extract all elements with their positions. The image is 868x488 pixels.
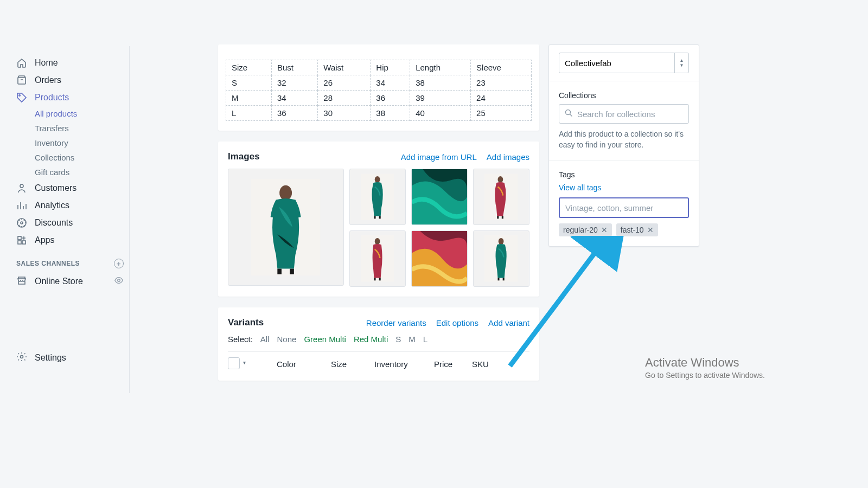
product-image-thumb[interactable] (473, 169, 529, 225)
product-image-main[interactable] (228, 169, 344, 286)
th: Hip (371, 60, 410, 75)
svg-point-2 (20, 184, 23, 188)
view-all-tags-link[interactable]: View all tags (559, 183, 689, 192)
add-variant-link[interactable]: Add variant (488, 318, 529, 328)
subnav-transfers[interactable]: Transfers (35, 121, 129, 136)
svg-point-9 (21, 356, 23, 358)
reorder-variants-link[interactable]: Reorder variants (366, 318, 426, 328)
select-label: Select: (228, 335, 253, 344)
tags-input-wrapper[interactable] (559, 197, 689, 218)
col-inventory: Inventory (374, 359, 434, 369)
table-row: L3630384025 (226, 106, 532, 121)
select-green-multi[interactable]: Green Multi (304, 335, 346, 344)
nav-label: Analytics (35, 201, 69, 210)
variant-select-row: Select: All None Green Multi Red Multi S… (228, 335, 529, 344)
search-icon (565, 109, 573, 119)
images-title: Images (228, 151, 260, 162)
svg-rect-21 (497, 216, 499, 219)
size-card: Size Bust Waist Hip Length Sleeve S32263… (218, 44, 539, 131)
svg-point-8 (118, 279, 120, 282)
nav-label: Orders (35, 75, 61, 85)
tag-text: regular-20 (563, 226, 598, 234)
nav-apps[interactable]: Apps (11, 232, 129, 249)
select-none[interactable]: None (277, 335, 297, 344)
nav-home[interactable]: Home (11, 54, 129, 72)
svg-rect-30 (498, 278, 500, 280)
product-image-thumb[interactable] (349, 230, 406, 287)
nav-analytics[interactable]: Analytics (11, 197, 129, 214)
svg-rect-13 (290, 268, 295, 274)
collections-search[interactable]: Search for collections (559, 104, 689, 124)
subnav-collections[interactable]: Collections (35, 150, 129, 165)
svg-rect-0 (18, 78, 25, 84)
svg-point-3 (17, 219, 26, 227)
svg-rect-6 (22, 241, 25, 244)
svg-rect-7 (18, 241, 21, 244)
tags-label: Tags (559, 170, 689, 179)
svg-rect-16 (374, 216, 376, 219)
svg-point-29 (499, 238, 504, 245)
sidebar: Home Orders Products All products Transf… (11, 54, 129, 291)
placeholder-text: Search for collections (577, 110, 655, 119)
product-image-thumb[interactable] (411, 169, 468, 225)
nav-customers[interactable]: Customers (11, 179, 129, 197)
nav-label: Home (35, 58, 58, 68)
select-m[interactable]: M (409, 335, 416, 344)
discounts-icon (16, 217, 27, 228)
th: Sleeve (471, 60, 532, 75)
nav-label: Customers (35, 183, 76, 193)
subnav-all-products[interactable]: All products (35, 106, 129, 121)
remove-tag-icon[interactable]: ✕ (601, 226, 608, 234)
eye-icon[interactable] (114, 275, 124, 287)
home-icon (16, 57, 27, 68)
col-color: Color (277, 359, 331, 369)
svg-rect-12 (278, 268, 282, 274)
th: Waist (318, 60, 371, 75)
nav-orders[interactable]: Orders (11, 72, 129, 89)
nav-products[interactable]: Products (11, 89, 129, 106)
nav-online-store[interactable]: Online Store (11, 272, 129, 291)
organization-card: Collectivefab ▲▼ Collections Search for … (548, 44, 699, 247)
svg-point-15 (375, 176, 380, 183)
subnav-gift-cards[interactable]: Gift cards (35, 165, 129, 179)
svg-point-1 (19, 95, 20, 96)
edit-options-link[interactable]: Edit options (436, 318, 478, 328)
select-all[interactable]: All (260, 335, 270, 344)
select-s[interactable]: S (395, 335, 401, 344)
nav-label: Settings (35, 353, 66, 363)
orders-icon (16, 75, 27, 86)
analytics-icon (16, 200, 27, 211)
svg-point-4 (21, 222, 23, 224)
select-all-checkbox[interactable] (228, 357, 240, 369)
tag-icon (16, 92, 27, 103)
product-image-thumb[interactable] (349, 169, 406, 225)
right-sidebar: Collectivefab ▲▼ Collections Search for … (548, 44, 699, 247)
apps-icon (16, 235, 27, 246)
remove-tag-icon[interactable]: ✕ (647, 226, 654, 234)
add-channel-icon[interactable]: + (114, 259, 124, 268)
col-sku: SKU (472, 359, 489, 369)
product-image-thumb[interactable] (411, 230, 468, 287)
add-images-link[interactable]: Add images (487, 152, 529, 162)
product-image-thumb[interactable] (473, 230, 529, 287)
tag-chip: fast-10 ✕ (616, 223, 658, 236)
vendor-dropdown[interactable]: Collectivefab ▲▼ (559, 53, 689, 73)
table-row: M3428363924 (226, 91, 532, 106)
sales-channels-header: SALES CHANNELS + (11, 249, 129, 272)
activate-windows-watermark: Activate Windows Go to Settings to activ… (645, 356, 765, 380)
th: Size (226, 60, 272, 75)
vendor-value: Collectivefab (565, 59, 611, 68)
th: Bust (271, 60, 317, 75)
svg-rect-31 (503, 278, 505, 280)
select-l[interactable]: L (423, 335, 427, 344)
nav-discounts[interactable]: Discounts (11, 214, 129, 232)
select-red-multi[interactable]: Red Multi (354, 335, 388, 344)
svg-rect-26 (379, 278, 381, 280)
subnav-inventory[interactable]: Inventory (35, 136, 129, 150)
sidebar-divider (129, 46, 130, 393)
tags-input[interactable] (565, 203, 682, 213)
svg-point-32 (566, 110, 571, 115)
add-image-url-link[interactable]: Add image from URL (401, 152, 477, 162)
collections-help: Add this product to a collection so it's… (559, 129, 689, 150)
activate-subtitle: Go to Settings to activate Windows. (645, 371, 765, 380)
